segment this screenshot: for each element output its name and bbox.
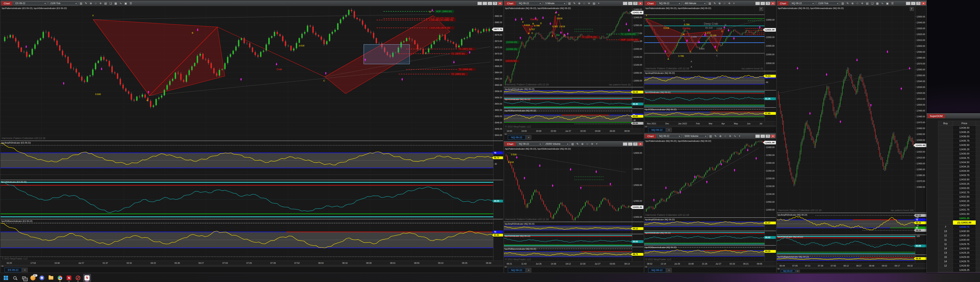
- dom-sell-cell[interactable]: [976, 165, 980, 169]
- restore-icon[interactable]: ❐: [765, 135, 770, 138]
- window-extra-button[interactable]: [623, 2, 627, 5]
- window-extra-button[interactable]: [477, 2, 482, 5]
- panel-icon[interactable]: ❏: [109, 2, 112, 5]
- window-extra-button[interactable]: [906, 2, 910, 5]
- dom-buy-cell[interactable]: [938, 156, 953, 160]
- restore-icon[interactable]: ❐: [633, 143, 638, 146]
- dom-sell-cell[interactable]: 17: [976, 208, 980, 212]
- dom-buy-cell[interactable]: [938, 208, 953, 212]
- dom-sell-cell[interactable]: [976, 255, 980, 259]
- dom-sell-cell[interactable]: [976, 160, 980, 165]
- titlebar[interactable]: Chart NQ 09-22▾ 5 Minute▾ ▥ ✎ ⊕ ⊖ ✛ ▤ ▼ …: [504, 1, 643, 6]
- dom-buy-cell[interactable]: 14: [938, 246, 953, 251]
- titlebar[interactable]: Chart NQ 09-22▾ 480 Minute▾ ▥ ✎ ⊕ ⊖ ✛ ▼ …: [644, 1, 776, 6]
- crosshair-icon[interactable]: ✛: [591, 143, 593, 146]
- add-tab-button[interactable]: +: [22, 268, 28, 272]
- dom-buy-cell[interactable]: [938, 126, 953, 130]
- dom-buy-cell[interactable]: [938, 147, 953, 152]
- dom-sell-cell[interactable]: [976, 130, 980, 134]
- scroll-left-icon[interactable]: ◂: [1, 265, 4, 267]
- dom-sell-cell[interactable]: 11: [976, 177, 980, 182]
- minimize-icon[interactable]: –: [911, 2, 915, 5]
- close-icon[interactable]: ✕: [498, 2, 502, 5]
- zoom-out-icon[interactable]: ⊖: [724, 135, 727, 138]
- dom-sell-cell[interactable]: 14: [976, 182, 980, 186]
- titlebar[interactable]: Chart ES 09-22▾ 2100 Tick▾ ▥ ✎ ⊕ ⊖ ✛ ▤ ❏…: [1, 1, 503, 6]
- window-extra-button[interactable]: [756, 135, 760, 138]
- dom-sell-cell[interactable]: [976, 251, 980, 255]
- panel-icon[interactable]: ❏: [871, 2, 873, 5]
- tab-instrument[interactable]: NQ 09-22: [781, 270, 795, 272]
- window-extra-button[interactable]: [482, 2, 487, 5]
- dom-buy-cell[interactable]: [938, 199, 953, 203]
- chart-canvas[interactable]: 13000.0012000.0011500.0011000.0010500.00…: [644, 6, 776, 121]
- dom-sell-cell[interactable]: [976, 134, 980, 139]
- widgets-weather-icon[interactable]: 82°: [29, 274, 37, 282]
- zoom-in-icon[interactable]: ⊕: [719, 135, 722, 138]
- dom-sell-cell[interactable]: 11: [976, 212, 980, 216]
- ninjatrader-icon[interactable]: N: [83, 274, 91, 282]
- zoom-in-icon[interactable]: ⊕: [578, 2, 581, 5]
- polyline-icon[interactable]: ∿: [881, 2, 884, 5]
- dom-buy-cell[interactable]: 13: [938, 229, 953, 233]
- chat-icon[interactable]: [38, 274, 46, 282]
- chart-style-icon[interactable]: ▥: [842, 2, 844, 5]
- chart-canvas[interactable]: 3982.003980.003976.003974.003972.003970.…: [1, 6, 503, 261]
- add-tab-button[interactable]: +: [795, 270, 800, 272]
- tab-instrument[interactable]: NQ 09-22: [648, 268, 666, 272]
- crosshair-icon[interactable]: ✛: [99, 2, 102, 5]
- close-icon[interactable]: ✕: [638, 143, 643, 146]
- dom-buy-cell[interactable]: [938, 143, 953, 147]
- file-explorer-icon[interactable]: [47, 274, 55, 282]
- close-icon[interactable]: ✕: [771, 2, 775, 5]
- chart-scrollbar[interactable]: ◂: [644, 266, 776, 267]
- dom-buy-cell[interactable]: 12: [938, 264, 953, 268]
- interval-selector[interactable]: 2100 Tick▾: [817, 2, 840, 5]
- dom-sell-cell[interactable]: [976, 126, 980, 130]
- dom-buy-cell[interactable]: 15: [938, 255, 953, 259]
- chart-canvas[interactable]: 12650.0012640.0012630.0012620.0012610.00…: [777, 6, 926, 263]
- zoom-in-icon[interactable]: ⊕: [90, 2, 92, 5]
- draw-tool-icon[interactable]: ✎: [846, 2, 849, 5]
- list-icon[interactable]: ☰: [130, 2, 132, 5]
- data-box-icon[interactable]: ▤: [593, 2, 595, 5]
- dom-sell-cell[interactable]: [976, 225, 980, 229]
- search-icon[interactable]: [11, 274, 19, 282]
- draw-tool-icon[interactable]: ✎: [573, 2, 576, 5]
- scroll-left-icon[interactable]: ◂: [644, 126, 648, 127]
- instrument-selector[interactable]: NQ 09-22▾: [657, 134, 681, 138]
- crosshair-icon[interactable]: ✛: [861, 2, 863, 5]
- draw-tool-icon[interactable]: ✎: [714, 135, 717, 138]
- tab-instrument[interactable]: ES 09-22: [5, 268, 22, 272]
- dom-buy-cell[interactable]: [938, 195, 953, 199]
- instrument-selector[interactable]: NQ 09-22▾: [517, 142, 542, 146]
- dom-buy-cell[interactable]: [938, 190, 953, 195]
- dom-sell-cell[interactable]: [976, 220, 980, 225]
- interval-selector[interactable]: 5 Minute▾: [544, 2, 566, 5]
- scroll-left-icon[interactable]: ◂: [504, 266, 507, 268]
- draw-tool-icon[interactable]: ✎: [576, 143, 579, 146]
- instrument-selector[interactable]: ES 09-22▾: [14, 2, 47, 5]
- dom-buy-cell[interactable]: [938, 268, 953, 272]
- minimize-icon[interactable]: –: [760, 2, 765, 5]
- dom-buy-cell[interactable]: [938, 177, 953, 182]
- instrument-selector[interactable]: NQ 09-22▾: [517, 2, 542, 5]
- polyline-icon[interactable]: ∿: [119, 2, 122, 5]
- zoom-in-icon[interactable]: ⊕: [851, 2, 854, 5]
- minimize-icon[interactable]: –: [760, 135, 765, 138]
- zoom-out-icon[interactable]: ⊖: [856, 2, 859, 5]
- dom-sell-cell[interactable]: [976, 233, 980, 238]
- dom-buy-cell[interactable]: 7: [938, 225, 953, 229]
- chart-style-icon[interactable]: ▥: [568, 2, 571, 5]
- instrument-selector[interactable]: NQ 09-22▾: [657, 2, 681, 5]
- dom-sell-cell[interactable]: [976, 229, 980, 233]
- dom-buy-cell[interactable]: 11: [938, 238, 953, 242]
- zoom-in-icon[interactable]: ⊕: [719, 2, 721, 5]
- dom-buy-cell[interactable]: [938, 186, 953, 190]
- interval-selector[interactable]: 25000 Volume▾: [544, 142, 570, 146]
- restore-icon[interactable]: ❐: [765, 2, 770, 5]
- draw-tool-icon[interactable]: ✎: [85, 2, 87, 5]
- dom-buy-cell[interactable]: [938, 139, 953, 143]
- add-tab-button[interactable]: +: [526, 268, 531, 272]
- dom-buy-cell[interactable]: [938, 220, 953, 225]
